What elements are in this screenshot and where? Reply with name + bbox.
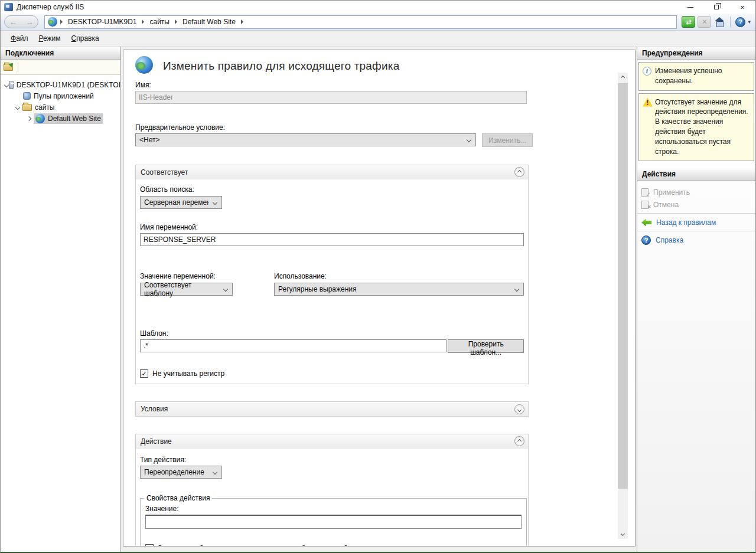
window-title: Диспетчер служб IIS: [17, 3, 84, 11]
app-pools-icon: [23, 92, 31, 100]
breadcrumb-sites[interactable]: сайты: [147, 18, 172, 26]
expand-icon[interactable]: [24, 117, 34, 120]
test-pattern-button[interactable]: Проверить шаблон...: [448, 339, 524, 353]
new-connection-icon[interactable]: [4, 64, 13, 71]
pattern-label: Шаблон:: [140, 329, 524, 338]
action-section-header[interactable]: Действие: [136, 434, 528, 449]
scope-select[interactable]: Серверная переменн: [140, 196, 222, 209]
content-column: Изменить правило для исходящего трафика …: [121, 47, 637, 552]
ignore-case-label: Не учитывать регистр: [152, 369, 224, 378]
warnings-header: Предупреждения: [637, 47, 755, 60]
cancel-button[interactable]: × Отмена: [637, 198, 755, 211]
tree-label: сайты: [35, 103, 55, 112]
back-to-rules-link[interactable]: Назад к правилам: [637, 216, 755, 228]
alert-missing-value: ! Отсутствует значение для действия пере…: [638, 93, 754, 162]
using-select[interactable]: Регулярные выражения: [274, 283, 524, 296]
connections-header: Подключения: [1, 47, 120, 60]
globe-icon: [48, 17, 57, 27]
action-properties-group: Свойства действия Значение: ✓ Заменить д…: [140, 494, 527, 547]
collapse-section-button[interactable]: [514, 167, 524, 177]
menu-bar: Файл Режим Справка: [1, 31, 755, 47]
precondition-label: Предварительное условие:: [135, 123, 533, 132]
stop-icon[interactable]: ×: [698, 16, 711, 28]
address-bar: ← → DESKTOP-U1MK9D1 сайты Default Web Si…: [1, 14, 755, 31]
value-label: Значение:: [145, 505, 522, 513]
using-label: Использование:: [274, 272, 524, 280]
precondition-value: <Нет>: [139, 136, 159, 144]
alert-text: Отсутствует значение для действия переоп…: [655, 98, 748, 156]
menu-help[interactable]: Справка: [66, 32, 105, 45]
breadcrumb-arrow-icon[interactable]: [60, 19, 63, 24]
right-panel: Предупреждения i Изменения успешно сохра…: [637, 47, 755, 552]
help-dropdown-icon[interactable]: ▾: [748, 19, 751, 25]
action-type-select[interactable]: Переопределение: [140, 466, 222, 479]
divider: [637, 213, 755, 214]
page-title: Изменить правило для исходящего трафика: [163, 60, 399, 73]
close-button[interactable]: ×: [729, 1, 755, 14]
collapse-icon[interactable]: [13, 106, 22, 109]
help-link[interactable]: ? Справка: [637, 234, 755, 246]
collapse-section-button[interactable]: [514, 436, 524, 446]
vertical-scrollbar[interactable]: [618, 73, 628, 539]
cancel-icon: ×: [641, 201, 649, 209]
refresh-icon[interactable]: ⇄: [682, 16, 695, 28]
breadcrumb-arrow-icon[interactable]: [241, 19, 243, 24]
collapse-icon[interactable]: [4, 83, 9, 87]
name-label: Имя:: [135, 81, 533, 89]
tree-item-app-pools[interactable]: Пулы приложений: [1, 90, 120, 102]
address-toolbar: ⇄ × ? ▾: [682, 16, 751, 28]
action-section: Действие Тип действия: Переопределение С…: [135, 434, 529, 547]
connections-tree: DESKTOP-U1MK9D1 (DESKTOI Пулы приложений…: [1, 75, 120, 552]
tree-item-sites[interactable]: сайты: [1, 102, 120, 113]
tree-item-server[interactable]: DESKTOP-U1MK9D1 (DESKTOI: [1, 79, 120, 90]
scroll-up-icon[interactable]: [618, 73, 628, 83]
match-section-header[interactable]: Соответствует: [136, 165, 528, 179]
replace-value-checkbox[interactable]: ✓: [145, 544, 154, 547]
warning-icon: !: [643, 98, 653, 107]
replace-value-label: Заменить действующее значение серверной …: [158, 544, 348, 547]
expand-section-button[interactable]: [514, 404, 524, 414]
back-icon[interactable]: ←: [9, 18, 17, 26]
breadcrumb-arrow-icon[interactable]: [175, 19, 177, 24]
restore-button[interactable]: [703, 1, 729, 14]
menu-file[interactable]: Файл: [5, 32, 34, 45]
breadcrumb-arrow-icon[interactable]: [142, 19, 144, 24]
conditions-section-header[interactable]: Условия: [136, 402, 528, 416]
help-icon: ?: [641, 235, 651, 245]
scrollbar-thumb[interactable]: [618, 83, 628, 489]
home-icon[interactable]: [713, 16, 725, 28]
action-properties-legend: Свойства действия: [144, 494, 212, 502]
apply-button[interactable]: ✓ Применить: [637, 186, 755, 198]
info-icon: i: [643, 67, 651, 76]
help-icon[interactable]: ?: [735, 17, 745, 27]
scope-label: Область поиска:: [140, 185, 524, 194]
iis-manager-window: Диспетчер служб IIS × ← → DESKTOP-U1MK9D…: [0, 0, 756, 553]
forward-icon[interactable]: →: [26, 18, 34, 26]
page-header: Изменить правило для исходящего трафика: [135, 56, 533, 74]
name-input[interactable]: [135, 91, 527, 104]
action-type-label: Тип действия:: [140, 456, 524, 464]
ignore-case-checkbox[interactable]: ✓: [140, 369, 148, 378]
pattern-input[interactable]: [140, 339, 447, 352]
menu-view[interactable]: Режим: [34, 32, 66, 45]
sites-folder-icon: [22, 104, 32, 111]
precondition-select[interactable]: <Нет>: [135, 133, 476, 146]
actions-header: Действия: [637, 168, 755, 181]
tree-item-default-web-site[interactable]: Default Web Site: [1, 113, 120, 124]
edit-precondition-button[interactable]: Изменить...: [482, 133, 533, 147]
variable-value-select[interactable]: Соответствует шаблону: [140, 283, 233, 296]
actions-list: ✓ Применить × Отмена Назад к правилам ? …: [637, 181, 755, 552]
breadcrumb-server[interactable]: DESKTOP-U1MK9D1: [66, 18, 139, 26]
window-controls: ×: [677, 1, 755, 14]
breadcrumb-default-web-site[interactable]: Default Web Site: [180, 18, 238, 26]
variable-name-input[interactable]: [140, 233, 524, 246]
title-bar: Диспетчер служб IIS ×: [1, 1, 755, 14]
chevron-down-icon: [213, 200, 217, 205]
scroll-down-icon[interactable]: [618, 529, 628, 539]
value-input[interactable]: [145, 515, 522, 529]
connections-toolbar: [1, 60, 120, 75]
breadcrumb: DESKTOP-U1MK9D1 сайты Default Web Site: [44, 15, 677, 29]
minimize-button[interactable]: [677, 1, 703, 14]
server-icon: [9, 81, 14, 89]
scope-value: Серверная переменн: [144, 198, 208, 207]
